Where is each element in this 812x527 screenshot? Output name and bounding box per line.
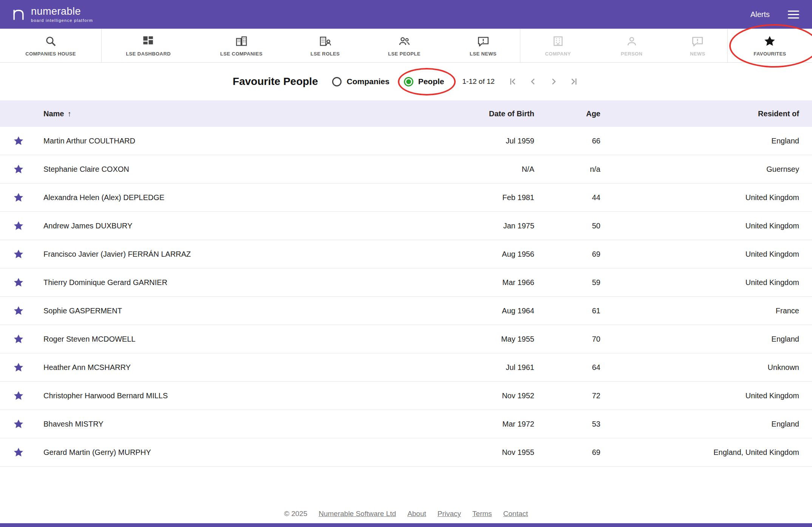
tab-company: COMPANY <box>520 29 595 62</box>
favourite-star-icon[interactable] <box>13 390 24 401</box>
logo-text: numerable <box>31 6 93 17</box>
radio-people[interactable]: People <box>404 77 444 86</box>
favourite-star-icon[interactable] <box>13 447 24 458</box>
tab-favourites[interactable]: FAVOURITES <box>727 29 812 62</box>
tab-lse-people[interactable]: LSE PEOPLE <box>362 29 446 62</box>
favourite-star-icon[interactable] <box>13 362 24 373</box>
row-star-cell <box>0 135 43 146</box>
table-row[interactable]: Heather Ann MCSHARRY Jul 1961 64 Unknown <box>0 353 812 382</box>
table-row[interactable]: Andrew James DUXBURY Jan 1975 50 United … <box>0 212 812 240</box>
cell-date-of-birth: Mar 1966 <box>410 278 534 287</box>
table-row[interactable]: Alexandra Helen (Alex) DEPLEDGE Feb 1981… <box>0 183 812 212</box>
cell-date-of-birth: Aug 1956 <box>410 250 534 259</box>
tab-companies-house[interactable]: COMPANIES HOUSE <box>0 29 102 62</box>
cell-resident-of: England <box>600 137 812 145</box>
row-star-cell <box>0 390 43 401</box>
row-star-cell <box>0 277 43 288</box>
cell-resident-of: United Kingdom <box>600 250 812 259</box>
cell-age: 70 <box>534 335 600 344</box>
cell-resident-of: England, United Kingdom <box>600 448 812 457</box>
tab-news: NEWS <box>668 29 727 62</box>
row-star-cell <box>0 220 43 231</box>
table-row[interactable]: Roger Steven MCDOWELL May 1955 70 Englan… <box>0 325 812 353</box>
nav-tab-label: COMPANY <box>545 51 571 57</box>
column-header-resident-of[interactable]: Resident of <box>600 109 812 118</box>
tab-lse-dashboard[interactable]: LSE DASHBOARD <box>102 29 195 62</box>
table-row[interactable]: Stephanie Claire COXON N/A n/a Guernsey <box>0 155 812 183</box>
company-icon <box>552 35 565 48</box>
cell-name: Bhavesh MISTRY <box>43 420 410 428</box>
favourite-star-icon[interactable] <box>13 277 24 288</box>
tab-lse-companies[interactable]: LSE COMPANIES <box>195 29 288 62</box>
cell-date-of-birth: Jul 1961 <box>410 363 534 372</box>
table-header: Name ↑ Date of Birth Age Resident of <box>0 100 812 127</box>
nav-tab-label: LSE ROLES <box>311 51 340 57</box>
cell-age: 69 <box>534 250 600 259</box>
prev-page-button[interactable] <box>528 76 538 87</box>
tab-person: PERSON <box>595 29 668 62</box>
footer-link-company[interactable]: Numerable Software Ltd <box>319 510 396 518</box>
cell-age: 61 <box>534 307 600 315</box>
cell-resident-of: Unknown <box>600 363 812 372</box>
favourite-star-icon[interactable] <box>13 418 24 430</box>
menu-icon[interactable] <box>788 11 799 18</box>
favourite-star-icon[interactable] <box>13 220 24 231</box>
favourite-star-icon[interactable] <box>13 305 24 316</box>
alerts-button[interactable]: Alerts <box>750 10 770 19</box>
logo-tagline: board intelligence platform <box>31 18 93 23</box>
radio-companies[interactable]: Companies <box>332 77 389 86</box>
nav-tab-label: LSE PEOPLE <box>388 51 421 57</box>
nav-tab-label: COMPANIES HOUSE <box>25 51 76 57</box>
copyright: © 2025 <box>284 510 308 518</box>
favourite-star-icon[interactable] <box>13 333 24 345</box>
column-header-age[interactable]: Age <box>534 109 600 118</box>
chevron-right-icon <box>548 76 559 87</box>
favourite-star-icon[interactable] <box>13 248 24 260</box>
row-star-cell <box>0 305 43 316</box>
footer-link-about[interactable]: About <box>407 510 426 518</box>
tab-lse-news[interactable]: LSE NEWS <box>446 29 521 62</box>
cell-age: 44 <box>534 193 600 202</box>
column-header-name-label: Name <box>43 109 64 118</box>
next-page-button[interactable] <box>548 76 559 87</box>
cell-name: Thierry Dominique Gerard GARNIER <box>43 278 410 287</box>
row-star-cell <box>0 163 43 175</box>
table-body: Martin Arthur COULTHARD Jul 1959 66 Engl… <box>0 127 812 467</box>
last-page-icon <box>569 76 579 87</box>
first-page-button[interactable] <box>507 76 518 87</box>
footer-link-contact[interactable]: Contact <box>503 510 528 518</box>
cell-name: Martin Arthur COULTHARD <box>43 137 410 145</box>
radio-people-circle[interactable] <box>404 77 413 86</box>
radio-companies-circle[interactable] <box>332 77 342 86</box>
cell-date-of-birth: Feb 1981 <box>410 193 534 202</box>
table-row[interactable]: Martin Arthur COULTHARD Jul 1959 66 Engl… <box>0 127 812 155</box>
table-row[interactable]: Christopher Harwood Bernard MILLS Nov 19… <box>0 382 812 410</box>
top-bar: numerable board intelligence platform Al… <box>0 0 812 29</box>
row-star-cell <box>0 248 43 260</box>
sort-ascending-icon: ↑ <box>67 109 71 118</box>
table-row[interactable]: Sophie GASPERMENT Aug 1964 61 France <box>0 297 812 325</box>
footer-link-terms[interactable]: Terms <box>472 510 492 518</box>
table-row[interactable]: Thierry Dominique Gerard GARNIER Mar 196… <box>0 268 812 297</box>
nav-tab-label: LSE COMPANIES <box>220 51 263 57</box>
cell-date-of-birth: Jul 1959 <box>410 137 534 145</box>
spacer <box>0 467 812 507</box>
favourite-star-icon[interactable] <box>13 163 24 175</box>
tab-lse-roles[interactable]: LSE ROLES <box>288 29 362 62</box>
column-header-name[interactable]: Name ↑ <box>43 109 410 118</box>
companies-icon <box>235 35 248 48</box>
last-page-button[interactable] <box>569 76 579 87</box>
page-title: Favourite People <box>233 76 318 88</box>
nav-tab-label: LSE NEWS <box>470 51 496 57</box>
favourite-star-icon[interactable] <box>13 135 24 146</box>
column-header-date-of-birth[interactable]: Date of Birth <box>410 109 534 118</box>
cell-date-of-birth: Nov 1955 <box>410 448 534 457</box>
roles-icon <box>319 35 332 48</box>
table-row[interactable]: Bhavesh MISTRY Mar 1972 53 England <box>0 410 812 438</box>
favourite-star-icon[interactable] <box>13 192 24 203</box>
cell-age: 66 <box>534 137 600 145</box>
table-row[interactable]: Gerard Martin (Gerry) MURPHY Nov 1955 69… <box>0 438 812 467</box>
table-row[interactable]: Francisco Javier (Javier) FERRÁN LARRAZ … <box>0 240 812 268</box>
cell-date-of-birth: Aug 1964 <box>410 307 534 315</box>
footer-link-privacy[interactable]: Privacy <box>438 510 461 518</box>
